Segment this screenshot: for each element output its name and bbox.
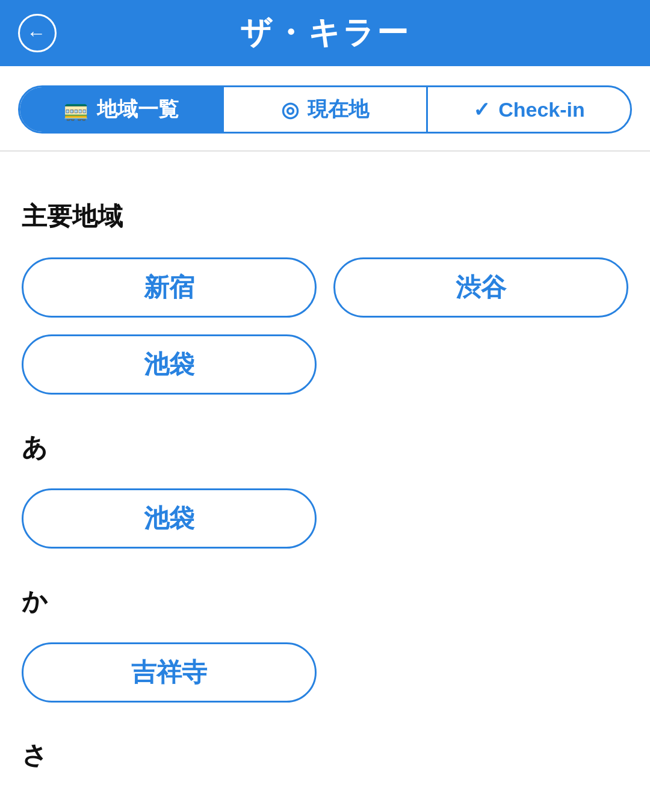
tab-divider [0,150,650,152]
page-title: ザ・キラー [240,12,410,54]
train-icon: 🚃 [63,97,88,121]
location-icon: ◎ [281,97,299,121]
section-a-grid: 池袋 [22,488,628,549]
area-button-shibuya[interactable]: 渋谷 [333,257,628,318]
content-area: 主要地域 新宿 渋谷 池袋 あ 池袋 か 吉祥寺 [0,176,650,812]
area-button-kichijoji[interactable]: 吉祥寺 [22,642,317,703]
tab-check-in-label: Check-in [498,98,585,121]
section-a: あ 池袋 [22,431,628,549]
section-major-areas-label: 主要地域 [22,200,628,233]
section-ka-label: か [22,585,628,618]
major-areas-grid: 新宿 渋谷 池袋 [22,257,628,395]
header: ← ザ・キラー [0,0,650,66]
section-a-label: あ [22,431,628,464]
tab-bar: 🚃 地域一覧 ◎ 現在地 ✓ Check-in [18,85,632,134]
area-button-ikebukuro-major[interactable]: 池袋 [22,334,317,395]
area-button-ikebukuro-a[interactable]: 池袋 [22,488,317,549]
tab-check-in[interactable]: ✓ Check-in [428,87,630,132]
tab-region-list-label: 地域一覧 [97,96,179,123]
section-sa-label: さ [22,739,628,772]
back-button[interactable]: ← [18,14,57,52]
section-ka-grid: 吉祥寺 [22,642,628,703]
tab-current-location-label: 現在地 [308,96,369,123]
tab-region-list[interactable]: 🚃 地域一覧 [20,87,224,132]
section-sa: さ [22,739,628,772]
section-major-areas: 主要地域 新宿 渋谷 池袋 [22,200,628,395]
section-ka: か 吉祥寺 [22,585,628,703]
tab-current-location[interactable]: ◎ 現在地 [224,87,428,132]
area-button-shinjuku[interactable]: 新宿 [22,257,317,318]
checkin-icon: ✓ [473,97,490,121]
back-arrow-icon: ← [26,23,46,43]
